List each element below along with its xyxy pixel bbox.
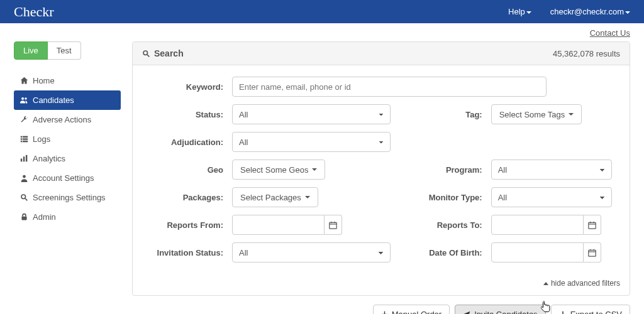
svg-rect-19	[590, 221, 591, 222]
svg-rect-17	[335, 221, 335, 222]
sidebar-label: Adverse Actions	[33, 115, 91, 124]
svg-rect-20	[593, 221, 594, 222]
reports-from-input[interactable]	[232, 215, 325, 235]
help-label: Help	[508, 7, 525, 16]
list-icon	[20, 135, 28, 143]
calendar-icon	[329, 221, 337, 229]
user-icon	[20, 174, 28, 182]
reports-to-calendar-button[interactable]	[584, 215, 601, 235]
home-icon	[20, 77, 28, 85]
svg-rect-15	[330, 222, 336, 229]
program-label: Program:	[391, 165, 491, 175]
svg-rect-6	[21, 141, 22, 142]
monitor-type-select[interactable]: All	[491, 187, 612, 207]
contact-row: Contact Us	[0, 23, 644, 38]
results-count: 45,362,078 results	[553, 49, 620, 58]
tag-dropdown[interactable]: Select Some Tags	[491, 104, 582, 124]
plus-icon	[381, 311, 388, 314]
sidebar-item-adverse-actions[interactable]: Adverse Actions	[14, 110, 121, 129]
env-live-button[interactable]: Live	[14, 41, 48, 60]
main-content: Search 45,362,078 results Keyword: Statu…	[132, 41, 630, 314]
tag-dropdown-label: Select Some Tags	[499, 110, 565, 119]
svg-rect-8	[21, 159, 22, 162]
tag-label: Tag:	[391, 110, 491, 119]
geo-dropdown-label: Select Some Geos	[240, 165, 308, 175]
search-panel: Search 45,362,078 results Keyword: Statu…	[132, 41, 630, 296]
svg-rect-7	[23, 141, 28, 142]
monitor-type-label: Monitor Type:	[391, 193, 491, 202]
invitation-status-select[interactable]: All	[232, 242, 391, 263]
sidebar-item-screenings-settings[interactable]: Screenings Settings	[14, 188, 121, 207]
status-select[interactable]: All	[232, 104, 391, 124]
export-csv-label: Export to CSV	[570, 310, 622, 314]
svg-rect-9	[23, 156, 25, 161]
manual-order-label: Manual Order	[392, 310, 441, 314]
sidebar-item-candidates[interactable]: Candidates	[14, 90, 121, 110]
bar-chart-icon	[20, 154, 28, 163]
sidebar-item-admin[interactable]: Admin	[14, 207, 121, 227]
geo-label: Geo	[150, 165, 232, 175]
svg-rect-22	[590, 249, 591, 250]
dob-calendar-button[interactable]	[584, 242, 601, 263]
invite-candidates-button[interactable]: Invite Candidates	[455, 305, 545, 314]
svg-point-14	[143, 51, 148, 55]
svg-rect-23	[593, 249, 594, 250]
chevron-down-icon	[526, 11, 531, 14]
hide-filters-label: hide advanced filters	[551, 279, 620, 288]
packages-dropdown[interactable]: Select Packages	[232, 187, 318, 207]
adjudication-select[interactable]: All	[232, 132, 391, 152]
help-menu[interactable]: Help	[508, 7, 531, 16]
dob-input[interactable]	[491, 242, 584, 263]
sidebar-item-logs[interactable]: Logs	[14, 129, 121, 149]
svg-rect-4	[21, 138, 22, 139]
reports-to-input[interactable]	[491, 215, 584, 235]
sidebar-label: Screenings Settings	[33, 193, 106, 202]
dob-label: Date Of Birth:	[391, 248, 491, 257]
sidebar-label: Analytics	[33, 154, 65, 163]
svg-point-12	[21, 195, 26, 199]
svg-rect-2	[21, 136, 22, 138]
reports-from-label: Reports From:	[150, 220, 232, 230]
adjudication-label: Adjudication:	[150, 138, 232, 147]
manual-order-button[interactable]: Manual Order	[373, 305, 450, 314]
wrench-icon	[20, 116, 28, 124]
hide-advanced-filters-link[interactable]: hide advanced filters	[133, 276, 630, 295]
brand-logo: Checkr	[14, 4, 54, 20]
sidebar-item-home[interactable]: Home	[14, 71, 121, 90]
sidebar: Live Test Home Candidates Adverse Action…	[14, 41, 121, 314]
search-form: Keyword: Status: All Tag: Select Some Ta…	[133, 65, 630, 276]
svg-point-0	[21, 97, 24, 100]
program-select[interactable]: All	[491, 160, 612, 180]
calendar-icon	[588, 249, 596, 257]
keyword-label: Keyword:	[150, 82, 232, 92]
sidebar-item-account-settings[interactable]: Account Settings	[14, 168, 121, 188]
env-test-button[interactable]: Test	[48, 41, 81, 60]
reports-from-calendar-button[interactable]	[325, 215, 342, 235]
svg-rect-21	[589, 250, 596, 256]
sidebar-label: Home	[33, 76, 55, 85]
chevron-down-icon	[312, 168, 317, 171]
top-nav: Checkr Help checkr@checkr.com	[0, 0, 644, 23]
user-menu[interactable]: checkr@checkr.com	[550, 7, 630, 16]
invitation-status-label: Invitation Status:	[150, 248, 232, 257]
keyword-input[interactable]	[232, 77, 547, 97]
environment-toggle: Live Test	[14, 41, 121, 60]
contact-us-link[interactable]: Contact Us	[590, 28, 630, 38]
chevron-down-icon	[569, 113, 574, 116]
users-icon	[20, 96, 28, 104]
sidebar-label: Candidates	[33, 95, 74, 105]
status-label: Status:	[150, 110, 232, 119]
geo-dropdown[interactable]: Select Some Geos	[232, 160, 325, 180]
sidebar-label: Admin	[33, 212, 56, 222]
sidebar-item-analytics[interactable]: Analytics	[14, 149, 121, 168]
svg-point-11	[23, 175, 26, 178]
sidebar-label: Account Settings	[33, 173, 94, 183]
export-csv-button[interactable]: Export to CSV	[551, 305, 630, 314]
chevron-down-icon	[305, 196, 310, 198]
reports-to-label: Reports To:	[391, 220, 491, 230]
svg-rect-5	[23, 138, 28, 139]
packages-label: Packages:	[150, 193, 232, 202]
packages-dropdown-label: Select Packages	[240, 193, 301, 202]
svg-point-1	[25, 97, 27, 100]
user-email-label: checkr@checkr.com	[550, 7, 624, 16]
